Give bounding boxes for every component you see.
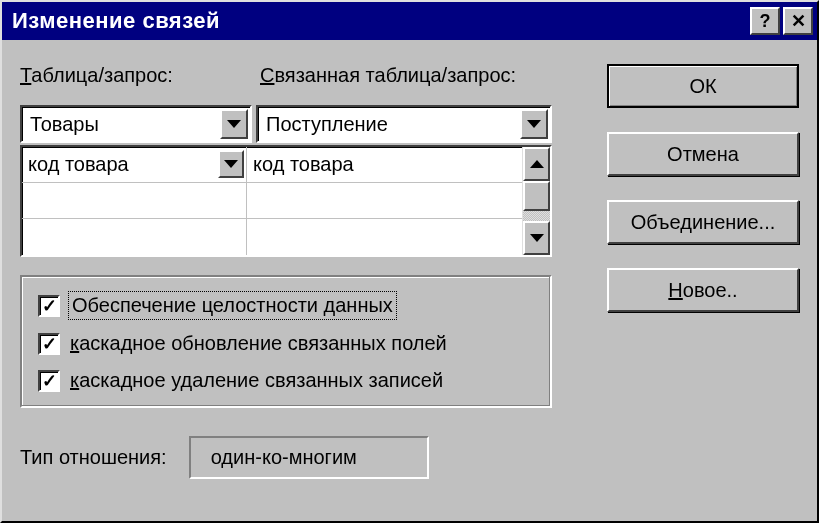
titlebar-buttons: ? ✕ <box>750 7 813 35</box>
combo-table-value: Товары <box>22 113 220 136</box>
scroll-up-button[interactable] <box>523 147 550 181</box>
dialog-edit-relationships: Изменение связей ? ✕ Таблица/запрос: Свя… <box>0 0 819 523</box>
checkbox-cascade-delete[interactable]: ✓ <box>38 370 60 392</box>
grid-cell-left-0[interactable]: код товара <box>22 147 246 183</box>
dialog-content: Таблица/запрос: Связанная таблица/запрос… <box>2 40 817 497</box>
combo-related-dropdown[interactable] <box>520 109 548 139</box>
titlebar-title: Изменение связей <box>12 8 744 34</box>
help-button[interactable]: ? <box>750 7 780 35</box>
chevron-down-icon <box>227 120 241 128</box>
label-relationship-type: Тип отношения: <box>20 446 167 469</box>
label-integrity: Обеспечение целостности данных <box>70 293 395 318</box>
grid-cell-left-2[interactable] <box>22 219 246 255</box>
grid-cell-right-0[interactable]: код товара <box>247 147 522 183</box>
grid-cell-right-1[interactable] <box>247 183 522 219</box>
new-button[interactable]: Новое.. <box>607 268 799 312</box>
chevron-up-icon <box>530 160 544 168</box>
label-cascade-update: каскадное обновление связанных полей <box>70 332 447 355</box>
join-button[interactable]: Объединение... <box>607 200 799 244</box>
combo-related-value: Поступление <box>258 113 520 136</box>
check-icon: ✓ <box>42 335 57 353</box>
checkbox-integrity[interactable]: ✓ <box>38 295 60 317</box>
fields-grid: код товара код товара <box>20 145 552 257</box>
check-icon: ✓ <box>42 372 57 390</box>
grid-cell-left-1[interactable] <box>22 183 246 219</box>
ok-button[interactable]: ОК <box>607 64 799 108</box>
chevron-down-icon <box>530 234 544 242</box>
label-table-query: Таблица/запрос: <box>20 64 260 87</box>
check-icon: ✓ <box>42 297 57 315</box>
combo-table-dropdown[interactable] <box>220 109 248 139</box>
titlebar[interactable]: Изменение связей ? ✕ <box>2 2 817 40</box>
scroll-down-button[interactable] <box>523 221 550 255</box>
scroll-track[interactable] <box>523 181 550 221</box>
cancel-button[interactable]: Отмена <box>607 132 799 176</box>
close-button[interactable]: ✕ <box>783 7 813 35</box>
combo-related-table[interactable]: Поступление <box>256 105 552 143</box>
integrity-group: ✓ Обеспечение целостности данных ✓ каска… <box>20 275 552 408</box>
label-related-table-query: Связанная таблица/запрос: <box>260 64 516 87</box>
chevron-down-icon <box>224 160 238 168</box>
chevron-down-icon <box>527 120 541 128</box>
help-icon: ? <box>760 12 771 30</box>
relationship-type-value: один-ко-многим <box>189 436 429 479</box>
grid-cell-left-0-dropdown[interactable] <box>218 150 244 178</box>
grid-scrollbar[interactable] <box>522 147 550 255</box>
close-icon: ✕ <box>791 12 806 30</box>
combo-table[interactable]: Товары <box>20 105 252 143</box>
label-cascade-delete: каскадное удаление связанных записей <box>70 369 443 392</box>
checkbox-cascade-update[interactable]: ✓ <box>38 333 60 355</box>
grid-cell-right-2[interactable] <box>247 219 522 255</box>
scroll-thumb[interactable] <box>523 181 550 211</box>
